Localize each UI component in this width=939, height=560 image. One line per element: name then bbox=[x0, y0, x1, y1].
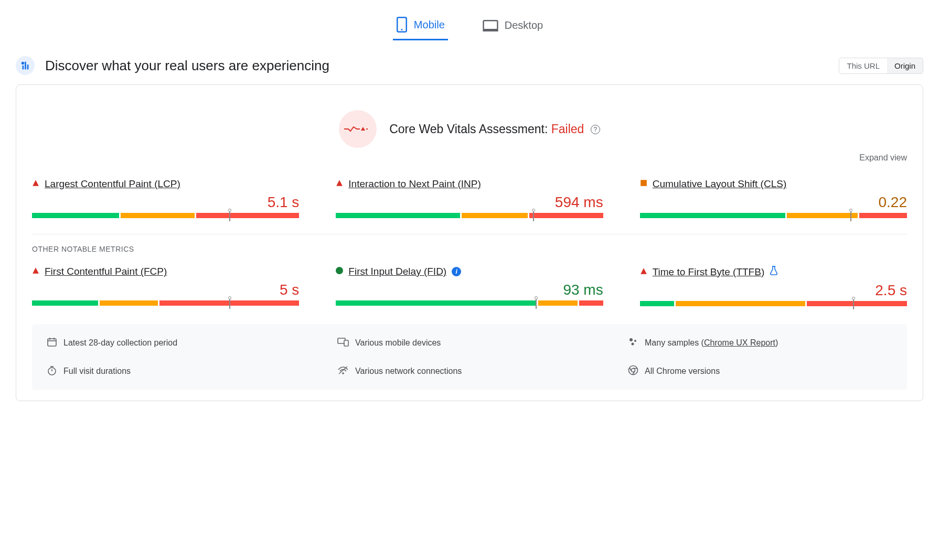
svg-marker-14 bbox=[641, 268, 647, 274]
svg-rect-3 bbox=[483, 29, 498, 31]
toggle-origin[interactable]: Origin bbox=[887, 58, 923, 73]
footer-item-network: Various network connections bbox=[337, 362, 602, 381]
metric-value: 0.22 bbox=[640, 194, 907, 211]
svg-point-24 bbox=[632, 343, 634, 346]
tab-mobile-label: Mobile bbox=[414, 19, 445, 31]
svg-rect-6 bbox=[27, 64, 29, 69]
status-icon bbox=[640, 267, 647, 277]
distribution-bar bbox=[640, 213, 907, 218]
other-metrics-label: OTHER NOTABLE METRICS bbox=[32, 245, 907, 253]
svg-marker-11 bbox=[336, 180, 343, 186]
tab-desktop[interactable]: Desktop bbox=[479, 10, 546, 40]
help-icon[interactable]: ? bbox=[591, 125, 600, 134]
metric-core-1: Interaction to Next Paint (INP) 594 ms bbox=[336, 178, 603, 218]
samples-icon bbox=[628, 337, 638, 349]
devices-icon bbox=[337, 337, 349, 349]
svg-point-22 bbox=[629, 338, 633, 341]
device-tabs: Mobile Desktop bbox=[16, 10, 923, 40]
status-icon bbox=[32, 179, 39, 189]
network-icon bbox=[337, 365, 349, 377]
footer-item-text: Various network connections bbox=[355, 367, 462, 376]
svg-rect-12 bbox=[641, 180, 647, 186]
metric-name-link[interactable]: First Input Delay (FID) bbox=[348, 266, 446, 277]
svg-point-4 bbox=[22, 62, 25, 65]
tab-desktop-label: Desktop bbox=[505, 19, 543, 31]
svg-rect-21 bbox=[344, 340, 348, 346]
metric-value: 2.5 s bbox=[640, 282, 907, 299]
svg-marker-13 bbox=[33, 267, 39, 274]
metric-name-link[interactable]: Largest Contentful Paint (LCP) bbox=[45, 178, 180, 190]
page-title: Discover what your real users are experi… bbox=[45, 58, 329, 74]
stopwatch-icon bbox=[47, 365, 57, 378]
footer-item-chrome: All Chrome versions bbox=[628, 362, 892, 381]
metric-other-2: Time to First Byte (TTFB) 2.5 s bbox=[640, 266, 907, 306]
svg-rect-7 bbox=[23, 66, 24, 69]
toggle-this-url[interactable]: This URL bbox=[839, 58, 887, 73]
footer-item-text: Full visit durations bbox=[63, 367, 131, 376]
scope-toggle: This URL Origin bbox=[839, 58, 923, 74]
status-icon bbox=[336, 267, 343, 276]
crux-icon bbox=[16, 56, 35, 75]
distribution-bar bbox=[336, 213, 603, 218]
footer-row: Latest 28-day collection period Various … bbox=[47, 333, 892, 381]
assessment-status: Failed bbox=[551, 122, 584, 136]
footer-item-calendar: Latest 28-day collection period bbox=[47, 333, 311, 352]
crux-report-link[interactable]: Chrome UX Report bbox=[704, 338, 775, 347]
footer-item-text: Latest 28-day collection period bbox=[63, 338, 177, 348]
svg-marker-10 bbox=[33, 180, 39, 186]
assessment-status-icon bbox=[339, 110, 377, 148]
svg-point-28 bbox=[342, 372, 344, 374]
metric-value: 5 s bbox=[32, 282, 299, 298]
assessment-text: Core Web Vitals Assessment: Failed ? bbox=[389, 122, 600, 136]
metric-name-link[interactable]: Interaction to Next Paint (INP) bbox=[348, 178, 481, 190]
status-icon bbox=[336, 179, 343, 189]
svg-marker-8 bbox=[361, 127, 365, 131]
status-icon bbox=[640, 179, 647, 189]
svg-point-1 bbox=[401, 29, 402, 30]
metric-name-link[interactable]: Time to First Byte (TTFB) bbox=[653, 266, 765, 278]
distribution-bar bbox=[32, 213, 299, 218]
metric-name-link[interactable]: First Contentful Paint (FCP) bbox=[45, 266, 167, 277]
distribution-bar bbox=[640, 301, 907, 306]
status-icon bbox=[32, 267, 39, 276]
assessment-row: Core Web Vitals Assessment: Failed ? bbox=[32, 110, 907, 148]
vitals-card: Core Web Vitals Assessment: Failed ? Exp… bbox=[16, 84, 923, 401]
footer-box: Latest 28-day collection period Various … bbox=[32, 324, 907, 390]
chrome-icon bbox=[628, 365, 638, 378]
page-header: Discover what your real users are experi… bbox=[16, 56, 923, 75]
footer-item-text: Many samples (Chrome UX Report) bbox=[645, 338, 778, 348]
svg-rect-16 bbox=[48, 339, 56, 346]
metric-core-0: Largest Contentful Paint (LCP) 5.1 s bbox=[32, 178, 299, 218]
mobile-icon bbox=[396, 17, 408, 33]
metric-value: 93 ms bbox=[336, 282, 603, 298]
flask-icon[interactable] bbox=[770, 266, 778, 278]
footer-item-samples: Many samples (Chrome UX Report) bbox=[628, 333, 892, 352]
expand-view-link[interactable]: Expand view bbox=[32, 153, 907, 163]
footer-item-devices: Various mobile devices bbox=[337, 333, 602, 352]
metric-core-2: Cumulative Layout Shift (CLS) 0.22 bbox=[640, 178, 907, 218]
core-metrics-grid: Largest Contentful Paint (LCP) 5.1 s Int… bbox=[32, 178, 907, 218]
tab-mobile[interactable]: Mobile bbox=[393, 10, 448, 40]
svg-point-23 bbox=[634, 340, 636, 342]
metric-value: 5.1 s bbox=[32, 194, 299, 211]
metric-name-link[interactable]: Cumulative Layout Shift (CLS) bbox=[653, 178, 787, 190]
footer-item-text: Various mobile devices bbox=[355, 338, 441, 348]
divider bbox=[32, 234, 907, 234]
desktop-icon bbox=[483, 20, 498, 31]
metric-other-1: First Input Delay (FID) i 93 ms bbox=[336, 266, 603, 306]
info-icon[interactable]: i bbox=[452, 267, 461, 276]
svg-rect-2 bbox=[483, 20, 497, 29]
distribution-bar bbox=[336, 300, 603, 306]
distribution-bar bbox=[32, 300, 299, 306]
metric-other-0: First Contentful Paint (FCP) 5 s bbox=[32, 266, 299, 306]
other-metrics-grid: First Contentful Paint (FCP) 5 s First I… bbox=[32, 266, 907, 306]
assessment-label: Core Web Vitals Assessment: bbox=[389, 122, 548, 136]
calendar-icon bbox=[47, 337, 57, 349]
svg-rect-5 bbox=[25, 62, 26, 70]
footer-item-text: All Chrome versions bbox=[645, 367, 720, 376]
metric-value: 594 ms bbox=[336, 194, 603, 211]
footer-item-stopwatch: Full visit durations bbox=[47, 362, 311, 381]
expand-view-label: Expand view bbox=[859, 153, 907, 163]
